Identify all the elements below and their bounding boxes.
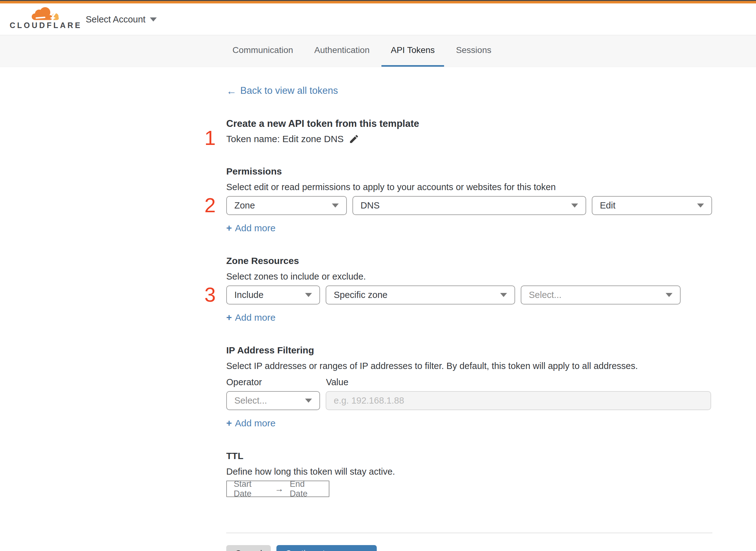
chevron-down-icon [305,293,312,297]
zone-type-select[interactable]: Specific zone [326,286,515,305]
step-number-3: 3 [204,285,216,305]
add-more-label: Add more [235,312,275,323]
permission-scope-select[interactable]: Zone [226,196,347,215]
permission-access-select[interactable]: Edit [592,196,712,215]
app-header: CLOUDFLARE Select Account [0,3,756,35]
profile-tab-bar: Communication Authentication API Tokens … [0,35,756,67]
permissions-add-more-link[interactable]: + Add more [226,222,275,234]
permissions-section: Permissions Select edit or read permissi… [226,166,712,234]
tab-sessions[interactable]: Sessions [447,35,501,67]
token-template-form: ← Back to view all tokens 1 Create a new… [226,67,712,551]
back-arrow-icon: ← [226,86,236,96]
zone-include-select[interactable]: Include [226,286,320,305]
account-selector[interactable]: Select Account [86,3,157,35]
plus-icon: + [226,222,232,234]
zone-picker-value: Select... [529,290,562,300]
plus-icon: + [226,418,232,429]
ip-filtering-section: IP Address Filtering Select IP addresses… [226,345,712,429]
cancel-button[interactable]: Cancel [226,545,271,551]
brand-accent-bar [0,0,756,3]
ip-operator-value: Select... [234,396,267,406]
end-date-placeholder: End Date [290,479,322,499]
footer-divider [226,533,712,533]
ip-filtering-title: IP Address Filtering [226,345,712,356]
step-number-2: 2 [204,196,216,215]
ttl-section: TTL Define how long this token will stay… [226,451,712,497]
token-name-text: Token name: Edit zone DNS [226,134,344,144]
ttl-title: TTL [226,451,712,461]
permission-access-value: Edit [600,200,616,211]
zone-resources-section: Zone Resources Select zones to include o… [226,255,712,323]
ip-filtering-row: Select... [226,391,712,410]
plus-icon: + [226,312,232,323]
zone-picker-select[interactable]: Select... [521,286,681,305]
permission-resource-select[interactable]: DNS [352,196,586,215]
operator-label: Operator [226,377,326,387]
chevron-down-icon [666,293,673,297]
continue-to-summary-button[interactable]: Continue to summary [276,545,377,551]
permission-scope-value: Zone [234,200,255,211]
zone-type-value: Specific zone [334,290,388,300]
zone-resources-title: Zone Resources [226,255,712,266]
cloudflare-logo: CLOUDFLARE [10,5,72,30]
cloudflare-wordmark: CLOUDFLARE [10,21,72,30]
permissions-row: 2 Zone DNS Edit [226,196,712,215]
ip-value-input[interactable] [326,391,711,410]
token-name-section: 1 Create a new API token from this templ… [226,118,712,144]
tab-authentication[interactable]: Authentication [305,35,379,67]
permissions-title: Permissions [226,166,712,177]
create-token-heading: Create a new API token from this templat… [226,118,712,129]
ttl-description: Define how long this token will stay act… [226,467,712,477]
chevron-down-icon [500,293,507,297]
chevron-down-icon [332,203,339,207]
chevron-down-icon [150,17,157,21]
chevron-down-icon [305,399,312,403]
back-link-label: Back to view all tokens [240,85,338,96]
account-selector-label: Select Account [86,14,145,25]
chevron-down-icon [697,203,704,207]
edit-pencil-icon[interactable] [349,134,359,144]
footer-actions: Cancel Continue to summary [226,545,712,551]
zone-resources-row: 3 Include Specific zone Select... [226,286,712,305]
ip-filtering-description: Select IP addresses or ranges of IP addr… [226,361,712,371]
zone-resources-description: Select zones to include or exclude. [226,271,712,282]
back-to-tokens-link[interactable]: ← Back to view all tokens [226,85,338,96]
tab-api-tokens[interactable]: API Tokens [382,35,444,67]
chevron-down-icon [571,203,578,207]
step-number-1: 1 [204,128,216,148]
value-label: Value [326,377,348,387]
add-more-label: Add more [235,418,275,429]
add-more-label: Add more [235,223,275,233]
cloudflare-cloud-icon [26,5,63,23]
arrow-right-icon: → [275,484,283,494]
permissions-description: Select edit or read permissions to apply… [226,182,712,192]
start-date-placeholder: Start Date [234,479,269,499]
tab-communication[interactable]: Communication [223,35,302,67]
ttl-date-range-picker[interactable]: Start Date → End Date [226,481,329,497]
ip-operator-select[interactable]: Select... [226,391,320,410]
zone-resources-add-more-link[interactable]: + Add more [226,312,275,323]
ip-filtering-add-more-link[interactable]: + Add more [226,418,275,429]
zone-include-value: Include [234,290,264,300]
permission-resource-value: DNS [360,200,380,211]
